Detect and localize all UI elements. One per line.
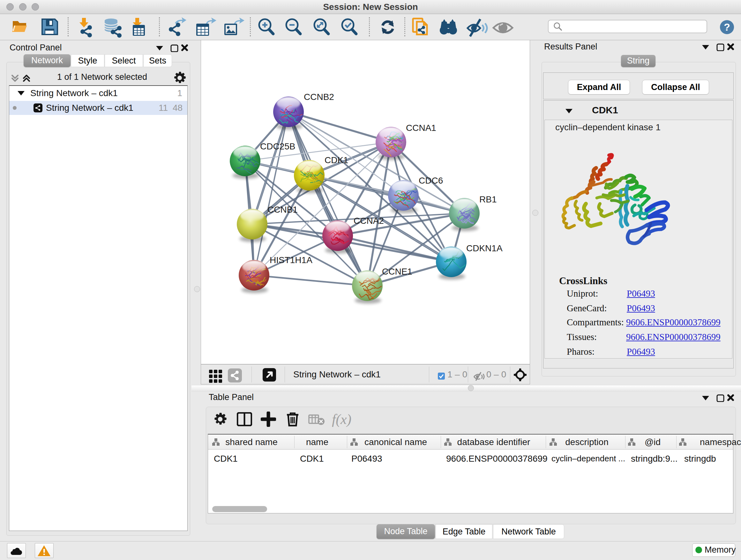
svg-text:RB1: RB1 <box>479 194 496 204</box>
svg-text:?: ? <box>724 21 730 33</box>
svg-text:CCNB1: CCNB1 <box>267 205 298 214</box>
svg-text:CDK1: CDK1 <box>325 155 348 165</box>
svg-text:CCNB2: CCNB2 <box>304 92 334 102</box>
svg-text:CDKN1A: CDKN1A <box>466 243 502 253</box>
svg-text:HIST1H1A: HIST1H1A <box>270 255 313 265</box>
svg-text:CCNA2: CCNA2 <box>354 216 384 226</box>
svg-text:CCNA1: CCNA1 <box>406 123 436 133</box>
svg-text:CDC25B: CDC25B <box>260 141 295 151</box>
svg-text:CCNE1: CCNE1 <box>382 266 412 276</box>
svg-text:CDC6: CDC6 <box>419 176 443 186</box>
